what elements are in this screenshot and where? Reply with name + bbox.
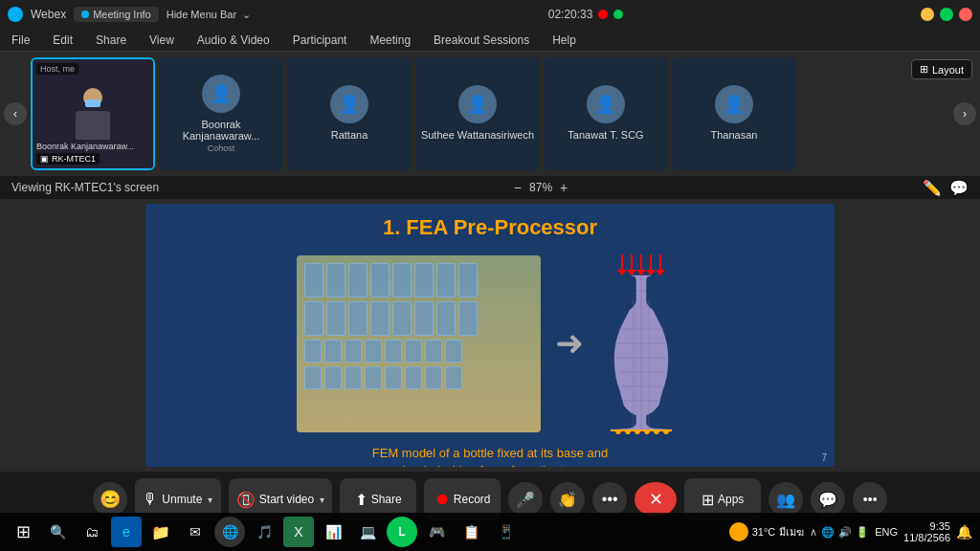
slide-fea-diagram xyxy=(598,248,684,439)
weather-widget[interactable]: 31°C มีเมฆ xyxy=(729,522,805,541)
taskview-icon[interactable]: 🗂 xyxy=(77,517,107,547)
mail-icon[interactable]: ✉ xyxy=(180,517,211,547)
record-label: Record xyxy=(454,493,491,506)
bottle-small xyxy=(365,340,382,363)
slide-container: 1. FEA Pre-Processor xyxy=(145,204,835,467)
video-crossed-icon: 📵 xyxy=(236,491,256,509)
menu-share[interactable]: Share xyxy=(92,32,130,49)
participant-tile-3[interactable]: 👤 Suthee Wattanasiriwech xyxy=(415,57,540,170)
zoom-minus-button[interactable]: − xyxy=(514,180,522,195)
bottle xyxy=(370,263,390,298)
line-icon[interactable]: L xyxy=(387,517,417,547)
participant-name-1: Boonrak Kanjanawaraw... xyxy=(159,117,283,143)
input-language-badge[interactable]: ENG xyxy=(875,526,898,538)
excel-icon[interactable]: X xyxy=(283,517,314,547)
extra-icon-1[interactable]: 🎮 xyxy=(421,517,452,547)
video-arrow-icon: ▾ xyxy=(320,495,324,505)
chat-button[interactable]: 💬 xyxy=(811,482,845,517)
host-label-0: Host, me xyxy=(36,63,78,75)
mic-icon: 🎙 xyxy=(143,491,158,508)
bottle-small xyxy=(445,340,462,363)
end-call-icon: ✕ xyxy=(649,489,663,510)
menu-edit[interactable]: Edit xyxy=(49,32,77,49)
weather-condition: มีเมฆ xyxy=(779,523,804,540)
bottle-small xyxy=(425,366,442,389)
svg-marker-5 xyxy=(636,270,646,276)
layout-button[interactable]: ⊞ Layout xyxy=(911,59,972,79)
participant-tile-4[interactable]: 👤 Tanawat T. SCG xyxy=(544,57,668,170)
teams-icon[interactable]: 💻 xyxy=(352,517,383,547)
participant-strip: ‹ ▣ RK-MTEC1 Boonrak Kanjanawaraw... Hos… xyxy=(0,52,980,176)
meeting-info-button[interactable]: Meeting Info xyxy=(74,7,159,22)
annotate-icon[interactable]: ✏️ xyxy=(923,179,942,197)
extra-options-button[interactable]: ••• xyxy=(853,482,887,517)
extra-icon-3[interactable]: 📱 xyxy=(490,517,521,547)
slide-title: 1. FEA Pre-Processor xyxy=(383,204,597,248)
chat-icon[interactable]: 💬 xyxy=(949,179,969,197)
battery-icon[interactable]: 🔋 xyxy=(856,526,869,539)
audio-button[interactable]: 🎤 xyxy=(508,482,543,517)
temperature-display: 31°C xyxy=(752,526,776,538)
arrow-right-icon: ➜ xyxy=(555,323,584,364)
participant-tile-2[interactable]: 👤 Rattana xyxy=(287,57,412,170)
menu-participant[interactable]: Participant xyxy=(289,32,351,49)
extra-icon-2[interactable]: 📋 xyxy=(456,517,486,547)
explorer-icon[interactable]: 📁 xyxy=(145,517,176,547)
time-display: 02:20:33 xyxy=(548,8,624,21)
participant-body-0 xyxy=(76,111,110,140)
minimize-button[interactable] xyxy=(921,8,934,21)
reactions-button[interactable]: 😊 xyxy=(93,482,127,517)
more-options-button[interactable]: ••• xyxy=(592,482,627,517)
hide-menu-bar-button[interactable]: Hide Menu Bar ⌄ xyxy=(167,9,251,21)
emoji-reaction-button[interactable]: 👏 xyxy=(550,482,585,517)
zoom-plus-button[interactable]: + xyxy=(560,180,568,195)
network-icon[interactable]: 🌐 xyxy=(821,526,835,539)
svg-marker-21 xyxy=(614,430,622,434)
participant-tile-0[interactable]: ▣ RK-MTEC1 Boonrak Kanjanawaraw... Host,… xyxy=(31,57,155,170)
search-taskbar-icon[interactable]: 🔍 xyxy=(42,517,73,547)
bottle-small xyxy=(405,366,422,389)
menu-audio-video[interactable]: Audio & Video xyxy=(193,32,274,49)
menu-meeting[interactable]: Meeting xyxy=(366,32,414,49)
volume-icon[interactable]: 🔊 xyxy=(838,526,852,539)
taskbar-clock[interactable]: 9:35 11/8/2566 xyxy=(903,520,950,543)
bottle-small xyxy=(425,340,442,363)
participant-tile-1[interactable]: 👤 Boonrak Kanjanawaraw... Cohost xyxy=(159,57,283,170)
bottle-small xyxy=(405,340,422,363)
powerpoint-icon[interactable]: 📊 xyxy=(318,517,348,547)
bottle-small xyxy=(324,366,342,389)
participant-avatar-4: 👤 xyxy=(587,85,625,123)
svg-marker-1 xyxy=(617,270,627,276)
participant-tile-5[interactable]: 👤 Thanasan xyxy=(672,57,796,170)
tray-expand-icon[interactable]: ∧ xyxy=(810,526,817,539)
edge-icon[interactable]: e xyxy=(111,517,142,547)
restore-button[interactable] xyxy=(940,8,953,21)
media-player-icon[interactable]: 🎵 xyxy=(249,517,279,547)
zoom-controls: − 87% + xyxy=(514,180,568,195)
participants-button[interactable]: 👥 xyxy=(768,482,803,517)
unmute-label: Unmute xyxy=(162,493,202,506)
participant-avatar-5: 👤 xyxy=(715,85,753,123)
menu-view[interactable]: View xyxy=(145,32,178,49)
weather-sun-icon xyxy=(729,522,748,541)
close-button[interactable] xyxy=(959,8,972,21)
title-bar-controls xyxy=(921,8,972,21)
menu-help[interactable]: Help xyxy=(548,32,580,49)
end-call-button[interactable]: ✕ xyxy=(635,482,677,517)
bottle xyxy=(436,263,456,298)
menu-file[interactable]: File xyxy=(8,32,33,49)
taskbar-date-value: 11/8/2566 xyxy=(903,532,950,543)
share-label: Share xyxy=(371,493,402,506)
start-button[interactable]: ⊞ xyxy=(8,517,38,547)
menu-breakout-sessions[interactable]: Breakout Sessions xyxy=(430,32,533,49)
participant-avatar-3: 👤 xyxy=(458,85,497,123)
strip-right-arrow[interactable]: › xyxy=(953,102,976,125)
notification-icon[interactable]: 🔔 xyxy=(956,524,972,540)
system-tray: ∧ 🌐 🔊 🔋 xyxy=(810,526,869,539)
chrome-icon[interactable]: 🌐 xyxy=(214,517,245,547)
slide-body: ➜ xyxy=(297,248,684,439)
participant-video-0 xyxy=(33,59,153,168)
bottle-small xyxy=(304,366,322,389)
bottle xyxy=(348,301,368,336)
strip-left-arrow[interactable]: ‹ xyxy=(4,102,27,125)
